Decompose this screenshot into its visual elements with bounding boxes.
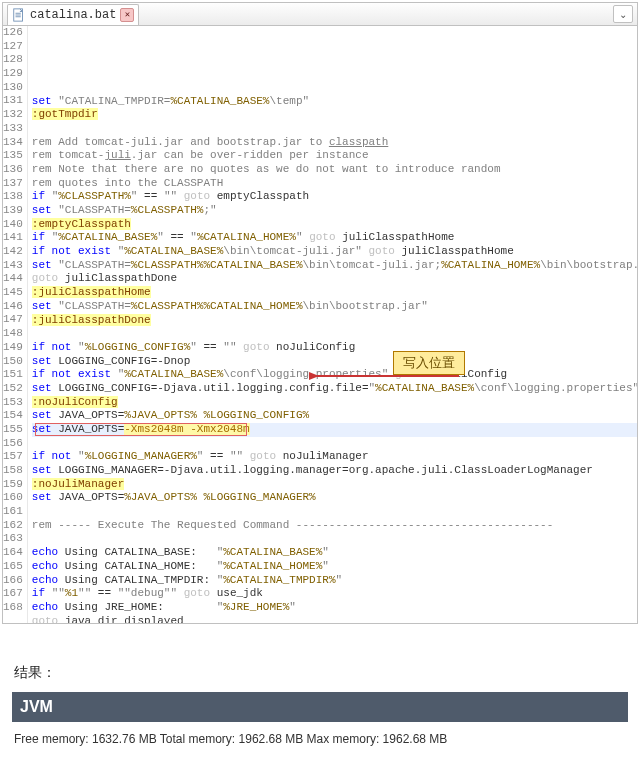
line-number: 159 — [3, 478, 23, 492]
line-number: 146 — [3, 300, 23, 314]
code-line — [32, 327, 637, 341]
total-memory-label: Total memory: — [157, 732, 239, 746]
file-icon — [12, 8, 26, 22]
line-number: 152 — [3, 382, 23, 396]
jvm-title-label: JVM — [20, 698, 53, 716]
code-line: rem quotes into the CLASSPATH — [32, 177, 637, 191]
code-line: echo Using JRE_HOME: "%JRE_HOME%" — [32, 601, 637, 615]
chevron-down-icon: ⌄ — [619, 9, 627, 20]
free-memory-value: 1632.76 MB — [92, 732, 157, 746]
code-line: set JAVA_OPTS=%JAVA_OPTS% %LOGGING_CONFI… — [32, 409, 637, 423]
code-line: if "%CLASSPATH%" == "" goto emptyClasspa… — [32, 190, 637, 204]
code-line: :gotTmpdir — [32, 108, 637, 122]
line-number: 164 — [3, 546, 23, 560]
max-memory-value: 1962.68 MB — [383, 732, 448, 746]
line-number: 145 — [3, 286, 23, 300]
line-number: 162 — [3, 519, 23, 533]
code-content[interactable]: set "CATALINA_TMPDIR=%CATALINA_BASE%\tem… — [28, 26, 637, 623]
line-number: 127 — [3, 40, 23, 54]
code-line: echo Using CATALINA_BASE: "%CATALINA_BAS… — [32, 546, 637, 560]
line-number: 158 — [3, 464, 23, 478]
file-tab[interactable]: catalina.bat ✕ — [7, 4, 139, 25]
code-line: set "CLASSPATH=%CLASSPATH%;" — [32, 204, 637, 218]
jvm-memory-line: Free memory: 1632.76 MB Total memory: 19… — [14, 732, 640, 746]
code-line: if not "%LOGGING_MANAGER%" == "" goto no… — [32, 450, 637, 464]
code-line: :noJuliManager — [32, 478, 637, 492]
code-line: rem tomcat-juli.jar can be over-ridden p… — [32, 149, 637, 163]
line-number: 160 — [3, 491, 23, 505]
line-number: 131 — [3, 94, 23, 108]
results-heading: 结果： — [14, 664, 640, 682]
code-area[interactable]: 1261271281291301311321331341351361371381… — [3, 26, 637, 623]
code-line: if not "%LOGGING_CONFIG%" == "" goto noJ… — [32, 341, 637, 355]
line-number: 139 — [3, 204, 23, 218]
highlight-box — [35, 423, 247, 436]
code-line: set "CLASSPATH=%CLASSPATH%%CATALINA_BASE… — [32, 259, 637, 273]
jvm-title-bar: JVM — [12, 692, 628, 722]
line-number: 163 — [3, 532, 23, 546]
line-number: 142 — [3, 245, 23, 259]
line-number: 129 — [3, 67, 23, 81]
annotation-label: 写入位置 — [393, 351, 465, 375]
line-number: 141 — [3, 231, 23, 245]
close-icon[interactable]: ✕ — [120, 8, 134, 22]
code-line: echo Using CATALINA_TMPDIR: "%CATALINA_T… — [32, 574, 637, 588]
code-line: :emptyClasspath — [32, 218, 637, 232]
line-number: 157 — [3, 450, 23, 464]
line-number: 161 — [3, 505, 23, 519]
code-line — [32, 122, 637, 136]
code-line — [32, 533, 637, 547]
line-number: 147 — [3, 313, 23, 327]
code-line: if not exist "%CATALINA_BASE%\bin\tomcat… — [32, 245, 637, 259]
line-number: 137 — [3, 177, 23, 191]
annotation-callout: 写入位置 — [243, 348, 309, 403]
line-number: 150 — [3, 355, 23, 369]
line-number: 134 — [3, 136, 23, 150]
line-number: 154 — [3, 409, 23, 423]
code-line: set "CLASSPATH=%CLASSPATH%%CATALINA_HOME… — [32, 300, 637, 314]
line-number: 128 — [3, 53, 23, 67]
code-line: set JAVA_OPTS=%JAVA_OPTS% %LOGGING_MANAG… — [32, 491, 637, 505]
total-memory-value: 1962.68 MB — [239, 732, 304, 746]
line-number: 133 — [3, 122, 23, 136]
max-memory-label: Max memory: — [303, 732, 382, 746]
code-line: rem ----- Execute The Requested Command … — [32, 519, 637, 533]
code-line: goto juliClasspathDone — [32, 272, 637, 286]
line-number: 144 — [3, 272, 23, 286]
line-number: 148 — [3, 327, 23, 341]
line-number: 151 — [3, 368, 23, 382]
editor-window: catalina.bat ✕ ⌄ 12612712812913013113213… — [2, 2, 638, 624]
code-line: rem Add tomcat-juli.jar and bootstrap.ja… — [32, 136, 637, 150]
line-number-gutter: 1261271281291301311321331341351361371381… — [3, 26, 28, 623]
code-line: echo Using CATALINA_HOME: "%CATALINA_HOM… — [32, 560, 637, 574]
code-line: set JAVA_OPTS=-Xms2048m -Xmx2048m — [32, 423, 637, 437]
code-line: set "CATALINA_TMPDIR=%CATALINA_BASE%\tem… — [32, 95, 637, 109]
code-line: :juliClasspathHome — [32, 286, 637, 300]
line-number: 126 — [3, 26, 23, 40]
code-line — [32, 437, 637, 451]
code-line: set LOGGING_MANAGER=-Djava.util.logging.… — [32, 464, 637, 478]
line-number: 166 — [3, 574, 23, 588]
line-number: 149 — [3, 341, 23, 355]
line-number: 140 — [3, 218, 23, 232]
line-number: 136 — [3, 163, 23, 177]
line-number: 138 — [3, 190, 23, 204]
line-number: 167 — [3, 587, 23, 601]
code-line: :juliClasspathDone — [32, 314, 637, 328]
code-line — [32, 505, 637, 519]
line-number: 135 — [3, 149, 23, 163]
line-number: 130 — [3, 81, 23, 95]
code-line: if ""%1"" == ""debug"" goto use_jdk — [32, 587, 637, 601]
code-line: if "%CATALINA_BASE%" == "%CATALINA_HOME%… — [32, 231, 637, 245]
line-number: 155 — [3, 423, 23, 437]
code-line: rem Note that there are no quotes as we … — [32, 163, 637, 177]
free-memory-label: Free memory: — [14, 732, 92, 746]
page: catalina.bat ✕ ⌄ 12612712812913013113213… — [0, 2, 640, 746]
code-line: goto java_dir_displayed — [32, 615, 637, 623]
code-line: :noJuliConfig — [32, 396, 637, 410]
line-number: 143 — [3, 259, 23, 273]
line-number: 132 — [3, 108, 23, 122]
line-number: 156 — [3, 437, 23, 451]
file-tab-label: catalina.bat — [30, 8, 116, 22]
tabs-dropdown-button[interactable]: ⌄ — [613, 5, 633, 23]
